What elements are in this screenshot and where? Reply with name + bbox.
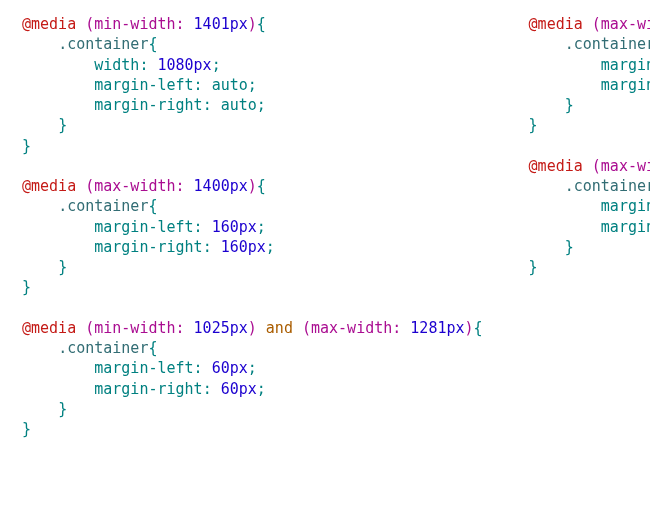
brace-close: } <box>22 137 31 155</box>
css-value: 1080px <box>157 56 211 74</box>
media-rule: @media (min-width: 1401px){ <box>22 15 266 33</box>
media-query: (min-width: 1401px) <box>76 15 257 33</box>
css-property: margin-left <box>601 56 650 74</box>
css-value: auto <box>212 76 248 94</box>
css-property: margin-right <box>94 96 202 114</box>
brace-open: { <box>148 35 157 53</box>
media-rule: @media (max-width: 500px){ <box>529 157 650 175</box>
css-property: width <box>94 56 139 74</box>
css-property: margin-right <box>94 380 202 398</box>
brace-open: { <box>148 197 157 215</box>
selector: .container <box>58 197 148 215</box>
media-query: (max-width: 500px) <box>583 157 650 175</box>
css-property: margin-left <box>601 197 650 215</box>
media-query: (max-width: 1400px) <box>76 177 257 195</box>
brace-close: } <box>565 238 574 256</box>
brace-close: } <box>58 258 67 276</box>
selector: .container <box>58 35 148 53</box>
brace-close: } <box>565 96 574 114</box>
selector: .container <box>565 35 650 53</box>
selector: .container <box>565 177 650 195</box>
code-column-left: @media (min-width: 1401px){ .container{ … <box>22 14 483 439</box>
at-keyword: @media <box>529 15 583 33</box>
media-rule: @media (max-width: 1400px){ <box>22 177 266 195</box>
code-columns: @media (min-width: 1401px){ .container{ … <box>22 14 650 439</box>
css-value: 60px <box>221 380 257 398</box>
code-column-right: @media (max-width: 1024px){ .container{ … <box>529 14 650 439</box>
media-value: 1025px <box>194 319 248 337</box>
media-rule: @media (max-width: 1024px){ <box>529 15 650 33</box>
brace-close: } <box>22 420 31 438</box>
brace-open: { <box>257 15 266 33</box>
media-value: 1400px <box>194 177 248 195</box>
at-keyword: @media <box>22 319 76 337</box>
media-query: (min-width: 1025px) <box>76 319 266 337</box>
at-keyword: @media <box>22 15 76 33</box>
at-keyword: @media <box>22 177 76 195</box>
brace-close: } <box>22 278 31 296</box>
at-keyword: @media <box>529 157 583 175</box>
css-property: margin-right <box>601 218 650 236</box>
brace-open: { <box>474 319 483 337</box>
media-query: (max-width: 1024px) <box>583 15 650 33</box>
css-property: margin-right <box>94 238 202 256</box>
brace-close: } <box>529 116 538 134</box>
brace-open: { <box>148 339 157 357</box>
media-and: and <box>266 319 293 337</box>
css-property: margin-left <box>94 76 193 94</box>
css-value: auto <box>221 96 257 114</box>
css-value: 160px <box>221 238 266 256</box>
css-property: margin-left <box>94 359 193 377</box>
brace-open: { <box>257 177 266 195</box>
css-property: margin-right <box>601 76 650 94</box>
brace-close: } <box>529 258 538 276</box>
media-rule: @media (min-width: 1025px) and (max-widt… <box>22 319 483 337</box>
media-value: 1401px <box>194 15 248 33</box>
css-value: 160px <box>212 218 257 236</box>
selector: .container <box>58 339 148 357</box>
media-value: 1281px <box>410 319 464 337</box>
media-query: (max-width: 1281px) <box>293 319 474 337</box>
brace-close: } <box>58 400 67 418</box>
css-value: 60px <box>212 359 248 377</box>
brace-close: } <box>58 116 67 134</box>
css-property: margin-left <box>94 218 193 236</box>
